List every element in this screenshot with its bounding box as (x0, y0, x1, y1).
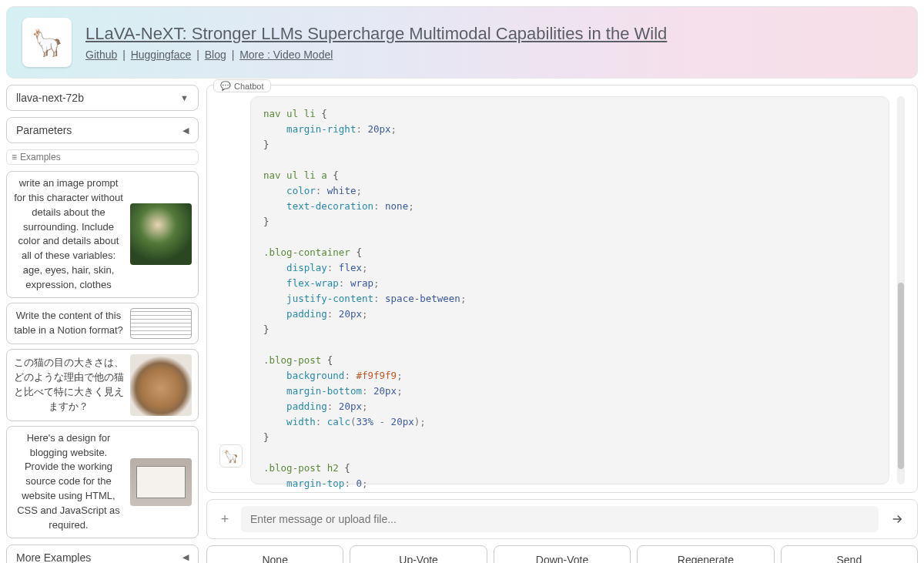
example-thumbnail (130, 458, 192, 506)
header-link[interactable]: Github (85, 49, 117, 61)
page-title[interactable]: LLaVA-NeXT: Stronger LLMs Supercharge Mu… (85, 24, 667, 44)
code-block: nav ul li { margin-right: 20px; } nav ul… (263, 106, 876, 492)
chevron-left-icon: ◀ (182, 552, 189, 562)
header-link[interactable]: More : Video Model (239, 49, 333, 61)
chatbot-panel: 💬 Chatbot 🦙 nav ul li { margin-right: 20… (206, 85, 918, 493)
more-examples-accordion[interactable]: More Examples ◀ (6, 545, 199, 563)
example-item[interactable]: Here's a design for blogging website. Pr… (6, 426, 199, 538)
example-text: この猫の目の大きさは、どのような理由で他の猫と比べて特に大きく見えますか？ (13, 356, 124, 414)
more-examples-label: More Examples (16, 551, 91, 563)
upload-button[interactable]: + (216, 511, 233, 528)
down-vote-button[interactable]: Down-Vote (494, 545, 631, 563)
example-text: write an image prompt for this character… (13, 176, 124, 293)
chevron-left-icon: ◀ (182, 126, 189, 136)
chevron-down-icon: ▼ (180, 93, 189, 102)
example-item[interactable]: Write the content of this table in a Not… (6, 303, 199, 344)
header-link[interactable]: Blog (205, 49, 226, 61)
header-link[interactable]: Huggingface (131, 49, 192, 61)
regenerate-button[interactable]: Regenerate (637, 545, 774, 563)
header-links: Github | Huggingface | Blog | More : Vid… (85, 49, 667, 61)
send-icon[interactable] (886, 512, 908, 526)
example-thumbnail (130, 308, 192, 339)
model-select[interactable]: llava-next-72b ▼ (6, 85, 199, 111)
parameters-accordion[interactable]: Parameters ◀ (6, 117, 199, 143)
examples-header: ≡ Examples (6, 149, 199, 165)
chatbot-label: 💬 Chatbot (213, 79, 271, 92)
none-button[interactable]: None (206, 545, 343, 563)
example-item[interactable]: write an image prompt for this character… (6, 171, 199, 298)
send-button[interactable]: Send (781, 545, 918, 563)
example-thumbnail (130, 354, 192, 416)
example-text: Here's a design for blogging website. Pr… (13, 431, 124, 533)
sidebar: llava-next-72b ▼ Parameters ◀ ≡ Examples… (6, 85, 199, 563)
message-input[interactable] (241, 506, 879, 532)
example-thumbnail (130, 203, 192, 265)
scrollbar[interactable] (897, 96, 905, 484)
list-icon: ≡ (12, 152, 17, 163)
model-select-value: llava-next-72b (16, 92, 84, 104)
chat-icon: 💬 (220, 81, 231, 91)
header-banner: 🦙 LLaVA-NeXT: Stronger LLMs Supercharge … (6, 6, 918, 79)
message-input-row: + (206, 499, 918, 539)
assistant-message: nav ul li { margin-right: 20px; } nav ul… (250, 96, 889, 484)
up-vote-button[interactable]: Up-Vote (350, 545, 487, 563)
example-item[interactable]: この猫の目の大きさは、どのような理由で他の猫と比べて特に大きく見えますか？ (6, 349, 199, 421)
bot-avatar: 🦙 (219, 444, 243, 467)
app-logo: 🦙 (22, 18, 72, 67)
action-button-row: NoneUp-VoteDown-VoteRegenerateSend (206, 545, 918, 563)
example-text: Write the content of this table in a Not… (13, 309, 124, 338)
parameters-label: Parameters (16, 124, 72, 136)
